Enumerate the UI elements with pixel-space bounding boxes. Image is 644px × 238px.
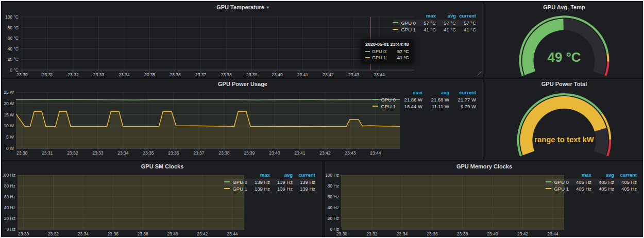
svg-text:23:42: 23:42 bbox=[197, 231, 208, 236]
svg-text:60 Hz: 60 Hz bbox=[4, 194, 15, 199]
svg-text:23:36: 23:36 bbox=[170, 72, 181, 77]
svg-text:0 W: 0 W bbox=[6, 146, 14, 151]
svg-text:23:44: 23:44 bbox=[370, 150, 381, 156]
svg-text:60 °C: 60 °C bbox=[8, 36, 19, 41]
legend-value: 405 Hz bbox=[591, 179, 614, 185]
legend-value: 41 °C bbox=[416, 26, 436, 33]
chevron-down-icon[interactable]: ▾ bbox=[267, 5, 269, 10]
legend-header-current[interactable]: current bbox=[293, 172, 315, 179]
svg-text:80 Hz: 80 Hz bbox=[328, 183, 339, 189]
legend-series-name[interactable]: GPU 0 bbox=[401, 20, 416, 26]
legend-header-avg[interactable]: avg bbox=[591, 172, 614, 179]
legend-value: 405 Hz bbox=[569, 185, 591, 192]
series-color-dash[interactable] bbox=[372, 99, 378, 100]
svg-text:23:44: 23:44 bbox=[547, 231, 558, 236]
legend-row: GPU 1139 Hz139 Hz139 Hz bbox=[224, 185, 315, 192]
gpu-power-total-gauge: range to text kW bbox=[486, 88, 642, 159]
svg-text:20 °C: 20 °C bbox=[8, 57, 19, 62]
series-color-dash[interactable] bbox=[224, 181, 230, 182]
gpu-avg-temp-gauge: 49 °C bbox=[486, 11, 642, 77]
svg-text:23:30: 23:30 bbox=[18, 231, 29, 236]
legend-header-spacer bbox=[372, 89, 396, 96]
panel-title-text: GPU SM Clocks bbox=[141, 163, 184, 169]
legend-value: 21.68 W bbox=[422, 96, 449, 103]
series-color-dash[interactable] bbox=[224, 188, 230, 189]
panel-resize-handle[interactable] bbox=[477, 72, 481, 76]
legend-row: GPU 1405 Hz405 Hz405 Hz bbox=[546, 185, 637, 192]
legend-header-avg[interactable]: avg bbox=[436, 12, 456, 20]
legend-header-max[interactable]: max bbox=[247, 172, 270, 179]
svg-text:23:32: 23:32 bbox=[67, 150, 78, 156]
svg-text:23:31: 23:31 bbox=[42, 72, 54, 77]
svg-text:23:40: 23:40 bbox=[269, 150, 280, 156]
legend-value: 405 Hz bbox=[591, 185, 614, 192]
legend-series-name[interactable]: GPU 1 bbox=[554, 186, 569, 192]
svg-text:15 W: 15 W bbox=[4, 112, 14, 117]
legend-row: GPU 0139 Hz139 Hz139 Hz bbox=[224, 179, 315, 185]
legend-header-current[interactable]: current bbox=[456, 12, 476, 20]
legend-value: 57 °C bbox=[456, 20, 476, 26]
legend-header-avg[interactable]: avg bbox=[270, 172, 293, 179]
legend-header-max[interactable]: max bbox=[416, 12, 436, 20]
svg-text:23:44: 23:44 bbox=[374, 72, 385, 77]
legend-value: 405 Hz bbox=[614, 185, 637, 192]
svg-text:23:36: 23:36 bbox=[168, 150, 179, 156]
legend-series-name[interactable]: GPU 1 bbox=[381, 104, 396, 109]
series-color-dash[interactable] bbox=[393, 29, 398, 30]
legend-series-name[interactable]: GPU 0 bbox=[232, 179, 247, 185]
legend-header-current[interactable]: current bbox=[614, 172, 637, 179]
svg-text:23:30: 23:30 bbox=[336, 231, 348, 236]
legend-value: 21.86 W bbox=[396, 96, 422, 103]
panel-title-text: GPU Temperature bbox=[216, 4, 264, 10]
legend-value: 139 Hz bbox=[247, 185, 270, 192]
gauge-threshold-segment bbox=[606, 53, 609, 62]
legend-series-name[interactable]: GPU 1 bbox=[232, 186, 247, 192]
legend-header-spacer bbox=[224, 172, 247, 179]
panel-title-gpu-temperature[interactable]: GPU Temperature▾ bbox=[3, 3, 482, 11]
legend-header-current[interactable]: current bbox=[449, 89, 476, 96]
svg-text:40 °C: 40 °C bbox=[8, 46, 19, 52]
legend-value: 139 Hz bbox=[270, 179, 293, 185]
svg-text:23:32: 23:32 bbox=[48, 231, 59, 236]
legend-row: GPU 057 °C57 °C57 °C bbox=[393, 20, 476, 26]
legend-value: 405 Hz bbox=[569, 179, 591, 185]
series-color-dash[interactable] bbox=[393, 22, 398, 23]
legend-header-avg[interactable]: avg bbox=[422, 89, 449, 96]
svg-text:23:33: 23:33 bbox=[92, 150, 104, 156]
legend-value: 57 °C bbox=[416, 20, 436, 26]
panel-gpu-power-usage: GPU Power Usage 0 W5 W10 W15 W20 W25 W23… bbox=[3, 79, 483, 160]
gauge-value-text: range to text kW bbox=[534, 135, 595, 144]
svg-text:100 Hz: 100 Hz bbox=[3, 173, 15, 178]
legend-series-name[interactable]: GPU 0 bbox=[381, 97, 396, 103]
svg-text:23:34: 23:34 bbox=[78, 231, 89, 236]
svg-text:100 °C: 100 °C bbox=[5, 14, 19, 20]
svg-text:23:34: 23:34 bbox=[118, 72, 130, 77]
svg-text:20 Hz: 20 Hz bbox=[328, 216, 339, 221]
svg-text:23:30: 23:30 bbox=[16, 150, 28, 156]
series-color-dash[interactable] bbox=[546, 181, 551, 182]
panel-title-gpu-memory-clocks[interactable]: GPU Memory Clocks bbox=[326, 162, 643, 171]
svg-text:23:41: 23:41 bbox=[294, 150, 306, 156]
legend-header-max[interactable]: max bbox=[569, 172, 591, 179]
legend-value: 9.79 W bbox=[449, 103, 476, 110]
legend-header-max[interactable]: max bbox=[396, 89, 422, 96]
legend-row: GPU 116.44 W11.11 W9.79 W bbox=[372, 103, 476, 110]
svg-text:23:35: 23:35 bbox=[143, 150, 154, 156]
panel-title-gpu-sm-clocks[interactable]: GPU SM Clocks bbox=[3, 162, 321, 171]
svg-text:23:44: 23:44 bbox=[227, 231, 238, 236]
panel-title-text: GPU Memory Clocks bbox=[456, 163, 512, 169]
svg-text:23:35: 23:35 bbox=[144, 72, 156, 77]
svg-text:23:38: 23:38 bbox=[138, 231, 149, 236]
svg-text:23:43: 23:43 bbox=[348, 72, 360, 77]
series-color-dash[interactable] bbox=[546, 188, 551, 189]
legend-series-name[interactable]: GPU 0 bbox=[554, 179, 569, 185]
legend-series-name[interactable]: GPU 1 bbox=[401, 27, 416, 32]
series-color-dash[interactable] bbox=[372, 106, 378, 107]
panel-title-gpu-avg-temp[interactable]: GPU Avg. Temp bbox=[485, 3, 643, 11]
panel-title-gpu-power-usage[interactable]: GPU Power Usage bbox=[3, 80, 482, 88]
panel-title-text: GPU Avg. Temp bbox=[543, 4, 585, 10]
panel-gpu-sm-clocks: GPU SM Clocks 0 Hz20 Hz40 Hz60 Hz80 Hz10… bbox=[3, 162, 322, 237]
svg-text:20 W: 20 W bbox=[4, 101, 14, 106]
panel-title-gpu-power-total[interactable]: GPU Power Total bbox=[485, 80, 643, 88]
svg-text:23:39: 23:39 bbox=[246, 72, 258, 77]
